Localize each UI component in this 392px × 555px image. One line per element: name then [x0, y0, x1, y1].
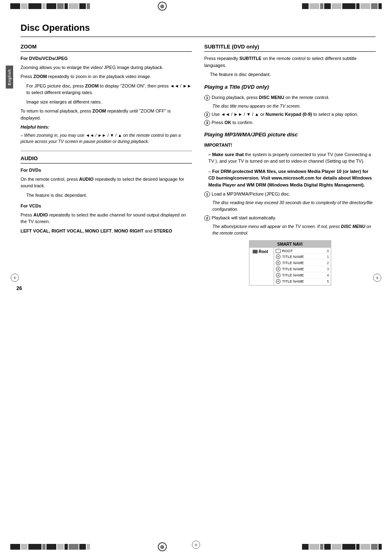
- block: [360, 3, 370, 9]
- block: [360, 544, 370, 550]
- step1-note: The disc title menu appears on the TV sc…: [204, 103, 376, 110]
- important-label: IMPORTANT!: [204, 142, 376, 149]
- subtitle-title: SUBTITLE (DVD only): [204, 44, 376, 52]
- numeric-keypad-bold: Numeric Keypad (0-9): [265, 112, 312, 117]
- playing-mp3-heading: Playing MP3/WMA/JPEG picture disc: [204, 131, 376, 139]
- block: [324, 544, 331, 550]
- navi-disc-icon-3: [276, 267, 281, 272]
- navi-label-5: TITLE NAME: [282, 279, 325, 283]
- subtitle-para1: Press repeatedly SUBTITLE on the remote …: [204, 55, 376, 69]
- step1: 1 During playback, press DISC MENU on th…: [204, 95, 376, 101]
- navi-disc-icon-4: [276, 273, 281, 278]
- page-title: Disc Operations: [21, 23, 376, 37]
- step2-content: Use ◄◄ / ►► / ▼ / ▲ or Numeric Keypad (0…: [212, 112, 376, 117]
- playing-title-heading: Playing a Title (DVD only): [204, 84, 376, 92]
- navi-label-4: TITLE NAME: [282, 273, 325, 277]
- block: [65, 544, 68, 550]
- zoom-para5: To return to normal playback, press ZOOM…: [21, 108, 192, 121]
- zoom-section: ZOOM For DVDs/VCDs/JPEG Zooming allows y…: [21, 44, 192, 145]
- smart-navi-header: SMART NAVI: [249, 241, 331, 248]
- bottom-pattern-right: [302, 544, 382, 550]
- mp3-dash2-bold: For DRM-protected WMA files, use windows…: [208, 169, 372, 187]
- step1-content: During playback, press DISC MENU on the …: [212, 95, 376, 100]
- navi-row-1: TITLE NAME 1: [274, 254, 331, 260]
- smart-navi-table: SMART NAVI Root ROOT: [249, 240, 331, 286]
- block: [320, 544, 323, 550]
- navi-row-4: TITLE NAME 4: [274, 272, 331, 279]
- block: [46, 3, 56, 9]
- audio-subsection2: For VCDs: [21, 203, 192, 210]
- navi-label-0: ROOT: [282, 249, 325, 253]
- block: [342, 544, 355, 550]
- mp3-step1-number: 1: [204, 191, 210, 197]
- block: [21, 3, 28, 9]
- subtitle-section: SUBTITLE (DVD only) Press repeatedly SUB…: [204, 44, 376, 78]
- block: [320, 3, 323, 9]
- step3-number: 3: [204, 120, 210, 126]
- smart-navi-body: Root ROOT 0: [249, 248, 331, 285]
- block: [69, 544, 78, 550]
- zoom-para2: Press ZOOM repeatedly to zoom in on the …: [21, 73, 192, 80]
- navi-row-2: TITLE NAME 2: [274, 260, 331, 266]
- mp3-step2-number: 2: [204, 215, 210, 221]
- block: [371, 544, 378, 550]
- right-column: SUBTITLE (DVD only) Press repeatedly SUB…: [204, 44, 376, 291]
- mp3-step1: 1 Load a MP3/WMA/Picture (JPEG) disc.: [204, 191, 376, 197]
- navi-num-5: 5: [327, 279, 329, 283]
- step3: 3 Press OK to confirm.: [204, 120, 376, 126]
- block: [356, 544, 360, 550]
- step1-number: 1: [204, 95, 210, 101]
- block: [28, 3, 42, 9]
- audio-bold4: MONO RIGHT: [114, 228, 144, 233]
- block: [332, 3, 341, 9]
- navi-num-0: 0: [327, 249, 329, 253]
- bottom-center-crosshair: ⊕: [158, 542, 167, 551]
- block: [65, 3, 68, 9]
- playing-mp3-section: Playing MP3/WMA/JPEG picture disc IMPORT…: [204, 131, 376, 286]
- pattern-right: [302, 3, 382, 9]
- block: [324, 3, 331, 9]
- block: [378, 544, 382, 550]
- subtitle-para2: The feature is disc dependant.: [204, 71, 376, 78]
- block: [42, 3, 46, 9]
- audio-title: AUDIO: [21, 155, 192, 164]
- audio-section: AUDIO For DVDs On the remote control, pr…: [21, 155, 192, 234]
- subtitle-bold1: SUBTITLE: [240, 56, 262, 61]
- mp3-step2-content: Playback will start automatically.: [212, 215, 376, 220]
- audio-bold3: LEFT VOCAL, RIGHT VOCAL, MONO LEFT: [21, 228, 112, 233]
- block: [10, 3, 20, 9]
- helpful-hints-label: Helpful hints:: [21, 124, 192, 131]
- block: [28, 544, 42, 550]
- step2-number: 2: [204, 112, 210, 117]
- divider1: [21, 151, 192, 151]
- disc-menu-bold: DISC MENU: [259, 95, 284, 100]
- pattern-left: [10, 3, 90, 9]
- block: [302, 3, 309, 9]
- navi-disc-icon-2: [276, 260, 281, 265]
- block: [302, 544, 309, 550]
- block: [21, 544, 28, 550]
- navi-row-3: TITLE NAME 3: [274, 266, 331, 272]
- audio-bold5: STEREO: [154, 228, 172, 233]
- navi-root-label: Root: [259, 249, 268, 254]
- step3-content: Press OK to confirm.: [212, 120, 376, 125]
- navi-num-2: 2: [327, 261, 329, 265]
- mp3-dash2: – For DRM-protected WMA files, use windo…: [204, 168, 376, 189]
- zoom-bold1: ZOOM: [33, 74, 47, 79]
- page-number: 26: [16, 286, 22, 291]
- block: [10, 544, 20, 550]
- block: [79, 3, 86, 9]
- audio-para1: On the remote control, press AUDIO repea…: [21, 176, 192, 189]
- zoom-subsection1: For DVDs/VCDs/JPEG: [21, 55, 192, 62]
- smart-navi-right-panel: ROOT 0 TITLE NAME 1: [274, 248, 331, 285]
- step1-text: During playback, press DISC MENU on the …: [212, 95, 330, 100]
- audio-bold1: AUDIO: [79, 177, 93, 182]
- mp3-dash1: – Make sure that the system is properly …: [204, 151, 376, 165]
- mp3-step2-note: The album/picture menu will appear on th…: [204, 223, 376, 237]
- folder-icon: [253, 250, 258, 253]
- block: [46, 544, 56, 550]
- block: [87, 544, 90, 550]
- bottom-pattern-left: [10, 544, 90, 550]
- navi-label-3: TITLE NAME: [282, 267, 325, 271]
- navi-num-4: 4: [327, 273, 329, 277]
